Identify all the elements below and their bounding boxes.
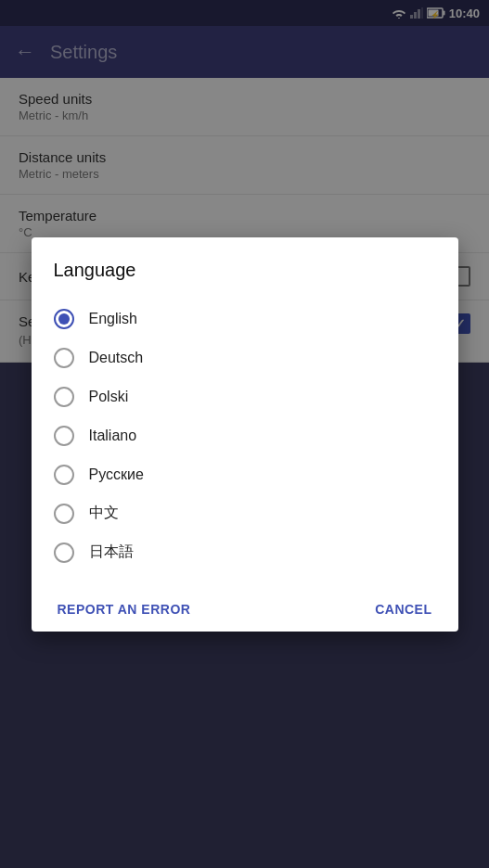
dialog-title: Language [54,260,436,281]
dialog-actions: REPORT AN ERROR CANCEL [54,587,436,624]
radio-label-6: 日本語 [89,542,134,562]
radio-label-3: Italiano [89,428,137,444]
radio-circle-5 [54,504,74,524]
radio-circle-3 [54,426,74,446]
radio-label-0: English [89,311,137,327]
language-option-polski[interactable]: Polski [54,377,436,416]
radio-label-4: Русские [89,466,144,483]
radio-inner-0 [58,313,70,325]
radio-circle-1 [54,348,74,368]
language-option-русские[interactable]: Русские [54,455,436,494]
language-option-italiano[interactable]: Italiano [54,416,436,455]
language-dialog: Language EnglishDeutschPolskiItalianoРус… [32,237,458,632]
cancel-button[interactable]: CANCEL [371,594,435,624]
language-option-deutsch[interactable]: Deutsch [54,338,436,377]
radio-circle-6 [54,542,74,563]
language-option-中文[interactable]: 中文 [54,494,436,533]
radio-label-1: Deutsch [89,350,144,366]
dialog-overlay: Language EnglishDeutschPolskiItalianoРус… [0,0,489,868]
language-option-english[interactable]: English [54,300,436,338]
radio-circle-0 [54,309,74,329]
radio-circle-4 [54,465,74,485]
language-option-日本語[interactable]: 日本語 [54,533,436,572]
radio-label-5: 中文 [89,504,119,523]
language-options-list: EnglishDeutschPolskiItalianoРусские中文日本語 [54,300,436,572]
radio-label-2: Polski [89,389,129,405]
report-error-button[interactable]: REPORT AN ERROR [54,594,195,624]
radio-circle-2 [54,387,74,407]
